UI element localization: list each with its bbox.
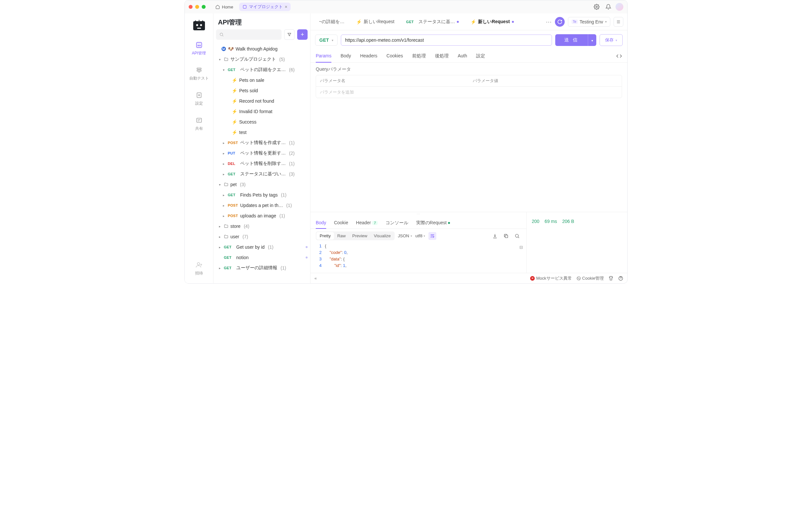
tree-folder-user[interactable]: ▸user(7) bbox=[213, 231, 310, 242]
home-tab[interactable]: Home bbox=[212, 3, 237, 11]
mock-status[interactable]: ✕Mockサービス異常 bbox=[530, 276, 572, 281]
tree-folder-pet[interactable]: ▾pet(3) bbox=[213, 179, 310, 190]
tree-api-put-pet[interactable]: ▸PUTペット情報を更新す…(2) bbox=[213, 148, 310, 159]
copy-icon[interactable] bbox=[502, 232, 510, 240]
collapse-sidebar-icon[interactable]: « bbox=[314, 276, 317, 281]
req-tab-pre[interactable]: 前処理 bbox=[412, 50, 426, 62]
wrap-icon[interactable] bbox=[429, 232, 436, 240]
status-code: 200 bbox=[532, 219, 539, 266]
project-tab[interactable]: マイプロジェクト × bbox=[239, 3, 291, 11]
fold-icon[interactable]: ⊟ bbox=[519, 244, 523, 251]
tree-case[interactable]: ⚡Pets on sale bbox=[213, 75, 310, 85]
tree-api-get-user[interactable]: ▸GETGet user by id(1) bbox=[213, 242, 310, 252]
sidebar-add-button[interactable]: + bbox=[297, 29, 308, 40]
sidebar-filter[interactable] bbox=[284, 29, 295, 40]
chevron-right-icon: ▸ bbox=[221, 141, 226, 145]
tshirt-icon[interactable] bbox=[608, 276, 614, 281]
tree-api-finds-tags[interactable]: ▸GETFinds Pets by tags(1) bbox=[213, 190, 310, 200]
resize-handle[interactable]: ⋯ bbox=[311, 212, 526, 216]
request-tab[interactable]: ~の詳細を… bbox=[314, 13, 349, 30]
bolt-icon: ⚡ bbox=[232, 109, 237, 114]
req-tab-settings[interactable]: 設定 bbox=[476, 50, 485, 62]
tree-walkthrough[interactable]: Ⓜ️🐶 Walk through Apidog bbox=[213, 44, 310, 54]
resp-tab-body[interactable]: Body bbox=[316, 218, 326, 228]
rail-invite[interactable]: 招待 bbox=[188, 259, 210, 278]
rail-autotest[interactable]: 自動テスト bbox=[188, 64, 210, 83]
request-tab[interactable]: ⚡新しいRequest bbox=[352, 13, 399, 30]
sidebar-search[interactable] bbox=[216, 29, 282, 40]
notifications-icon[interactable] bbox=[604, 2, 613, 11]
tree-api-user-detail[interactable]: ▸GETユーザーの詳細情報(1) bbox=[213, 263, 310, 273]
tree-case[interactable]: ⚡Record not found bbox=[213, 96, 310, 106]
refresh-button[interactable] bbox=[555, 17, 565, 27]
request-tab[interactable]: GETステータスに基… bbox=[401, 13, 463, 30]
rail-label: 招待 bbox=[195, 270, 203, 276]
more-tabs-icon[interactable]: ⋯ bbox=[546, 18, 552, 25]
user-avatar[interactable] bbox=[615, 3, 624, 11]
url-input[interactable] bbox=[341, 34, 552, 46]
format-json[interactable]: JSON▾ bbox=[398, 233, 412, 238]
vm-raw[interactable]: Raw bbox=[334, 232, 349, 239]
req-tab-headers[interactable]: Headers bbox=[360, 50, 377, 62]
svg-point-18 bbox=[577, 277, 580, 280]
response-body-code[interactable]: ⊟ 1{ 2 "code": 0, 3 "data": { 4 "id": 1, bbox=[311, 243, 526, 273]
tree-case[interactable]: ⚡test bbox=[213, 127, 310, 138]
tree-folder-store[interactable]: ▸store(4) bbox=[213, 221, 310, 231]
tree-api-post-pet[interactable]: ▸POSTペット情報を作成す…(1) bbox=[213, 138, 310, 148]
vm-visualize[interactable]: Visualize bbox=[371, 232, 394, 239]
search-response-icon[interactable] bbox=[513, 232, 521, 240]
svg-rect-0 bbox=[243, 5, 246, 8]
svg-rect-16 bbox=[505, 235, 508, 238]
tree-folder-sample[interactable]: ▾ サンプルプロジェクト (5) bbox=[213, 54, 310, 64]
tree-case[interactable]: ⚡Invalid ID format bbox=[213, 106, 310, 117]
menu-button[interactable] bbox=[614, 17, 624, 27]
settings-icon[interactable] bbox=[592, 2, 601, 11]
save-button[interactable]: 保存▾ bbox=[600, 34, 623, 46]
resp-tab-header[interactable]: Header7 bbox=[356, 218, 378, 228]
close-window-icon[interactable] bbox=[188, 5, 193, 9]
rail-share[interactable]: 共有 bbox=[188, 114, 210, 133]
svg-rect-10 bbox=[197, 70, 201, 71]
send-button[interactable]: 送 信 bbox=[555, 34, 588, 46]
folder-icon bbox=[224, 234, 228, 239]
params-add-row[interactable]: パラメータを追加 bbox=[316, 87, 622, 98]
tree-case[interactable]: ⚡Pets sold bbox=[213, 85, 310, 96]
req-tab-auth[interactable]: Auth bbox=[458, 50, 467, 62]
rail-api-manage[interactable]: API管理 bbox=[188, 39, 210, 58]
resp-tab-console[interactable]: コンソール bbox=[385, 218, 408, 228]
app-logo bbox=[192, 19, 206, 33]
rail-settings[interactable]: 設定 bbox=[188, 89, 210, 108]
cookie-manage[interactable]: Cookie管理 bbox=[576, 276, 604, 281]
tree-api-updates[interactable]: ▸POSTUpdates a pet in th…(1) bbox=[213, 200, 310, 210]
error-icon: ✕ bbox=[530, 276, 535, 281]
req-tab-body[interactable]: Body bbox=[341, 50, 351, 62]
tree-api-get-status[interactable]: ▸GETステータスに基づい…(3) bbox=[213, 169, 310, 179]
send-dropdown[interactable]: ▾ bbox=[588, 34, 596, 46]
chevron-down-icon: ▾ bbox=[411, 234, 412, 238]
req-tab-params[interactable]: Params bbox=[316, 50, 331, 62]
maximize-window-icon[interactable] bbox=[202, 5, 206, 9]
resp-tab-cookie[interactable]: Cookie bbox=[334, 218, 348, 228]
folder-icon bbox=[224, 224, 228, 228]
vm-pretty[interactable]: Pretty bbox=[316, 232, 334, 239]
method-selector[interactable]: GET▾ bbox=[315, 34, 338, 46]
minimize-window-icon[interactable] bbox=[195, 5, 199, 9]
tree-api-pet-query[interactable]: ▾ GET ペットの詳細をクエ… (6) bbox=[213, 64, 310, 75]
tree-api-del-pet[interactable]: ▸DELペット情報を削除す…(1) bbox=[213, 159, 310, 169]
tree-api-notion[interactable]: ▸GETnotion bbox=[213, 252, 310, 263]
req-tab-cookies[interactable]: Cookies bbox=[386, 50, 403, 62]
search-icon bbox=[219, 32, 224, 37]
tree-api-uploads[interactable]: ▸POSTuploads an image(1) bbox=[213, 210, 310, 221]
resp-tab-actual[interactable]: 実際のRequest bbox=[416, 218, 450, 228]
vm-preview[interactable]: Preview bbox=[349, 232, 371, 239]
format-enc[interactable]: utf8▾ bbox=[415, 233, 426, 238]
svg-point-4 bbox=[200, 24, 202, 26]
close-tab-icon[interactable]: × bbox=[285, 4, 287, 9]
environment-selector[interactable]: TeTesting Env▾ bbox=[568, 17, 610, 27]
req-tab-post[interactable]: 後処理 bbox=[435, 50, 449, 62]
tree-case[interactable]: ⚡Success bbox=[213, 117, 310, 127]
request-tab-active[interactable]: ⚡新しいRequest bbox=[466, 13, 518, 30]
help-icon[interactable] bbox=[618, 276, 624, 281]
download-icon[interactable] bbox=[491, 232, 499, 240]
code-gen-icon[interactable] bbox=[616, 50, 622, 62]
